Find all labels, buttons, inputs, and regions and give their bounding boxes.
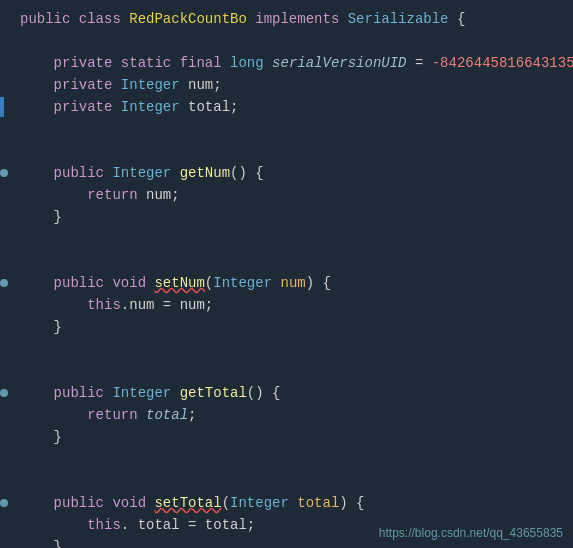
keyword: final bbox=[180, 55, 230, 71]
type: Integer bbox=[112, 165, 179, 181]
type: Integer bbox=[121, 99, 188, 115]
bracket: } bbox=[20, 209, 62, 225]
variable-italic: serialVersionUID bbox=[272, 55, 406, 71]
dot-indicator bbox=[0, 279, 8, 287]
type: Integer bbox=[121, 77, 188, 93]
line-content-17 bbox=[8, 363, 573, 379]
keyword: implements bbox=[255, 11, 347, 27]
bracket: } bbox=[20, 539, 62, 548]
bracket: } bbox=[20, 319, 62, 335]
bracket: () { bbox=[247, 385, 281, 401]
line-indicator-8 bbox=[0, 169, 8, 177]
code-line-14: this.num = num; bbox=[0, 294, 573, 316]
bracket: ) { bbox=[339, 495, 364, 511]
keyword: this bbox=[20, 517, 121, 533]
var-name: num = num; bbox=[129, 297, 213, 313]
keyword: public bbox=[20, 11, 79, 27]
type: Integer bbox=[213, 275, 280, 291]
code-line-9: return num; bbox=[0, 184, 573, 206]
line-content-21 bbox=[8, 451, 573, 467]
line-content-19: return total; bbox=[8, 407, 573, 423]
bracket: ( bbox=[205, 275, 213, 291]
line-content-10: } bbox=[8, 209, 573, 225]
line-content-23: public void setTotal(Integer total) { bbox=[8, 495, 573, 511]
type: Integer bbox=[112, 385, 179, 401]
method-name: getNum bbox=[180, 165, 230, 181]
line-indicator-18 bbox=[0, 389, 8, 397]
code-line-17 bbox=[0, 360, 573, 382]
var-name: num; bbox=[188, 77, 222, 93]
code-line-3: private static final long serialVersionU… bbox=[0, 52, 573, 74]
method-name-underline: setTotal bbox=[154, 495, 221, 511]
code-line-22 bbox=[0, 470, 573, 492]
param: total bbox=[297, 495, 339, 511]
line-content-20: } bbox=[8, 429, 573, 445]
line-content-16 bbox=[8, 341, 573, 357]
watermark: https://blog.csdn.net/qq_43655835 bbox=[379, 526, 563, 540]
code-line-16 bbox=[0, 338, 573, 360]
code-editor: public class RedPackCountBo implements S… bbox=[0, 0, 573, 548]
param: num bbox=[280, 275, 305, 291]
keyword: private bbox=[20, 99, 121, 115]
bracket: ) { bbox=[306, 275, 331, 291]
dot-indicator bbox=[0, 499, 8, 507]
code-line-12 bbox=[0, 250, 573, 272]
line-content-15: } bbox=[8, 319, 573, 335]
line-content-11 bbox=[8, 231, 573, 247]
keyword: public bbox=[20, 385, 112, 401]
dot-indicator bbox=[0, 169, 8, 177]
keyword: private bbox=[20, 55, 121, 71]
line-content-4: private Integer num; bbox=[8, 77, 573, 93]
code-line-15: } bbox=[0, 316, 573, 338]
keyword: public bbox=[20, 275, 112, 291]
line-content-5: private Integer total; bbox=[8, 99, 573, 115]
keyword: void bbox=[112, 275, 154, 291]
bracket: ( bbox=[222, 495, 230, 511]
method-name-underline: setNum bbox=[154, 275, 204, 291]
code-line-19: return total; bbox=[0, 404, 573, 426]
number: -84264458166431354361 bbox=[432, 55, 573, 71]
code-line-2 bbox=[0, 30, 573, 52]
line-content-6 bbox=[8, 121, 573, 137]
type: Serializable bbox=[348, 11, 449, 27]
line-content-7 bbox=[8, 143, 573, 159]
code-line-18: public Integer getTotal() { bbox=[0, 382, 573, 404]
bracket: } bbox=[20, 429, 62, 445]
code-line-4: private Integer num; bbox=[0, 74, 573, 96]
code-line-5: private Integer total; bbox=[0, 96, 573, 118]
code-line-11 bbox=[0, 228, 573, 250]
keyword: class bbox=[79, 11, 129, 27]
code-line-7 bbox=[0, 140, 573, 162]
keyword: public bbox=[20, 165, 112, 181]
line-content-2 bbox=[8, 33, 573, 49]
keyword: private bbox=[20, 77, 121, 93]
line-content-1: public class RedPackCountBo implements S… bbox=[8, 11, 573, 27]
code-line-13: public void setNum(Integer num) { bbox=[0, 272, 573, 294]
line-content-22 bbox=[8, 473, 573, 489]
bracket: () { bbox=[230, 165, 264, 181]
var-name: num; bbox=[146, 187, 180, 203]
code-line-6 bbox=[0, 118, 573, 140]
line-content-13: public void setNum(Integer num) { bbox=[8, 275, 573, 291]
line-content-3: private static final long serialVersionU… bbox=[8, 55, 573, 71]
var-name: total = total; bbox=[129, 517, 255, 533]
text: = bbox=[407, 55, 432, 71]
keyword: static bbox=[121, 55, 180, 71]
code-line-8: public Integer getNum() { bbox=[0, 162, 573, 184]
method-name: getTotal bbox=[180, 385, 247, 401]
type: Integer bbox=[230, 495, 297, 511]
classname: RedPackCountBo bbox=[129, 11, 255, 27]
keyword: return bbox=[20, 187, 146, 203]
line-content-14: this.num = num; bbox=[8, 297, 573, 313]
line-content-12 bbox=[8, 253, 573, 269]
keyword: this bbox=[20, 297, 121, 313]
line-content-8: public Integer getNum() { bbox=[8, 165, 573, 181]
dot-accessor: . bbox=[121, 517, 129, 533]
var-italic: total bbox=[146, 407, 188, 423]
keyword: void bbox=[112, 495, 154, 511]
keyword: public bbox=[20, 495, 112, 511]
type: long bbox=[230, 55, 272, 71]
dot-indicator bbox=[0, 389, 8, 397]
dot-accessor: . bbox=[121, 297, 129, 313]
code-line-21 bbox=[0, 448, 573, 470]
